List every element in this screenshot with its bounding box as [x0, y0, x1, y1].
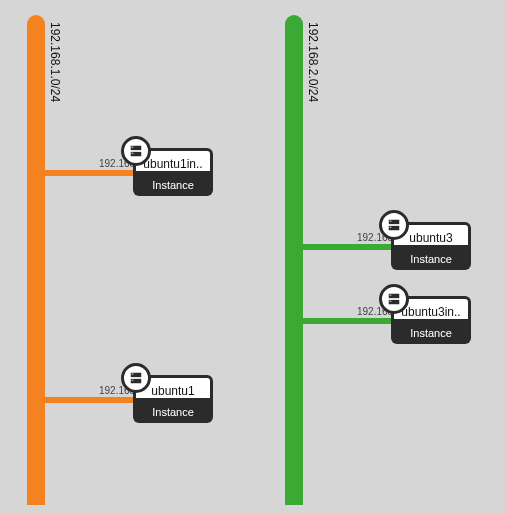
svg-rect-10 [390, 221, 392, 222]
svg-rect-9 [389, 226, 400, 230]
network-bar-net1[interactable] [27, 15, 45, 505]
branch-line [303, 318, 391, 324]
network-cidr-net2: 192.168.2.0/24 [306, 22, 320, 102]
svg-rect-7 [132, 380, 134, 381]
instance-node-ubuntu1instance[interactable]: ubuntu1in.. Instance [133, 148, 213, 196]
svg-rect-2 [132, 147, 134, 148]
server-icon [121, 136, 151, 166]
svg-rect-14 [390, 295, 392, 296]
server-icon [379, 284, 409, 314]
server-icon [121, 363, 151, 393]
network-cidr-net1: 192.168.1.0/24 [48, 22, 62, 102]
instance-node-ubuntu3instance[interactable]: ubuntu3in.. Instance [391, 296, 471, 344]
svg-rect-6 [132, 374, 134, 375]
branch-line [45, 397, 133, 403]
svg-rect-5 [131, 379, 142, 383]
network-topology-canvas[interactable]: net1 192.168.1.0/24 Net2 192.168.2.0/24 … [0, 0, 505, 514]
svg-rect-11 [390, 227, 392, 228]
svg-rect-8 [389, 220, 400, 224]
instance-node-ubuntu3[interactable]: ubuntu3 Instance [391, 222, 471, 270]
instance-type: Instance [391, 248, 471, 270]
svg-rect-1 [131, 152, 142, 156]
svg-rect-3 [132, 153, 134, 154]
svg-rect-15 [390, 301, 392, 302]
instance-type: Instance [391, 322, 471, 344]
branch-line [303, 244, 391, 250]
svg-rect-4 [131, 373, 142, 377]
network-bar-net2[interactable] [285, 15, 303, 505]
network-name-net2: Net2 [288, 22, 302, 48]
branch-line [45, 170, 133, 176]
instance-type: Instance [133, 174, 213, 196]
svg-rect-0 [131, 146, 142, 150]
network-name-net1: net1 [30, 22, 44, 47]
svg-rect-13 [389, 300, 400, 304]
svg-rect-12 [389, 294, 400, 298]
server-icon [379, 210, 409, 240]
instance-type: Instance [133, 401, 213, 423]
instance-node-ubuntu1[interactable]: ubuntu1 Instance [133, 375, 213, 423]
